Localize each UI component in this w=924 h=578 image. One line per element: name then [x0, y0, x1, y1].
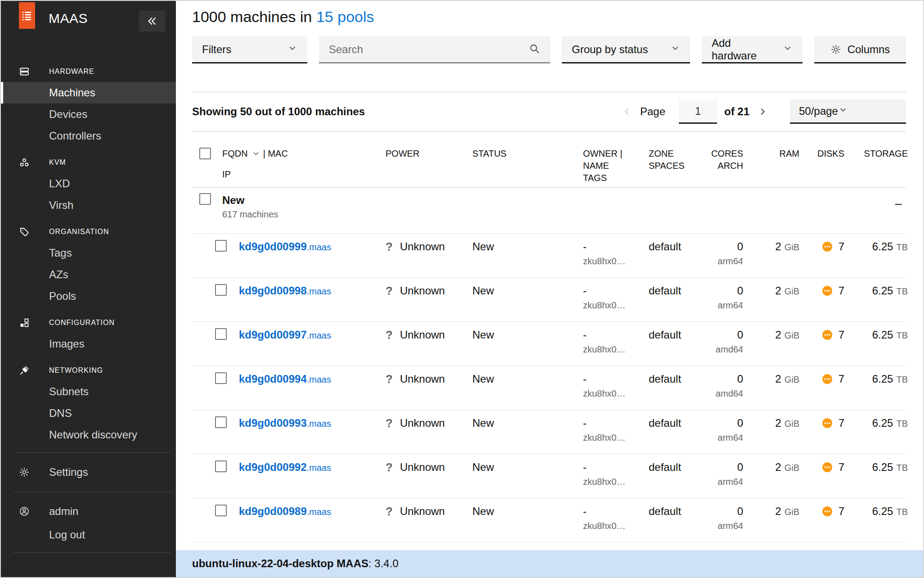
filters-dropdown[interactable]: Filters	[192, 36, 307, 63]
column-header-fqdn[interactable]: FQDN | MAC IP	[222, 148, 386, 187]
column-header-cores[interactable]: CORES ARCH	[707, 148, 743, 187]
sidebar-item-virsh[interactable]: Virsh	[1, 194, 176, 216]
sidebar-item-controllers[interactable]: Controllers	[1, 125, 176, 147]
user-icon	[19, 506, 30, 517]
group-by-dropdown[interactable]: Group by status	[562, 36, 690, 63]
machine-name: zku8hx0…	[583, 476, 649, 488]
sidebar-item-tags[interactable]: Tags	[1, 242, 176, 264]
arch-value: arm64	[707, 299, 743, 311]
power-cell: ? Unknown	[386, 372, 472, 410]
machine-link[interactable]: kd9g0d00997.maas	[239, 329, 331, 341]
sidebar-collapse-button[interactable]	[139, 11, 165, 32]
sidebar-item-admin[interactable]: admin	[1, 499, 176, 524]
row-select-checkbox[interactable]	[215, 416, 227, 428]
power-unknown-icon: ?	[386, 328, 393, 366]
zone-cell[interactable]: default	[649, 284, 707, 321]
disks-cell: 7	[799, 505, 844, 542]
column-header-ram[interactable]: RAM	[743, 148, 799, 187]
cores-cell: 0 arm64	[707, 505, 743, 542]
row-select-checkbox[interactable]	[215, 505, 227, 516]
select-all-checkbox[interactable]	[199, 148, 211, 159]
zone-cell[interactable]: default	[649, 328, 707, 366]
page-number-input[interactable]	[679, 99, 717, 124]
disks-cell: 7	[799, 240, 844, 277]
maas-logo[interactable]	[19, 2, 35, 29]
storage-cell: 6.25TB	[844, 416, 908, 454]
arch-value: arm64	[707, 520, 743, 532]
ram-unit: GiB	[785, 330, 799, 340]
page-size-dropdown[interactable]: 50/page	[790, 99, 906, 124]
group-machine-count: 617 machines	[222, 208, 386, 220]
disks-cell: 7	[799, 328, 844, 366]
sidebar-item-azs[interactable]: AZs	[1, 264, 176, 285]
machine-link[interactable]: kd9g0d00992.maas	[239, 461, 331, 473]
sidebar-item-log-out[interactable]: Log out	[1, 524, 176, 546]
sidebar-item-label: NETWORKING	[49, 366, 103, 375]
sidebar-item-label: DNS	[49, 407, 72, 420]
sidebar-item-settings[interactable]: Settings	[1, 460, 176, 485]
power-unknown-icon: ?	[386, 372, 393, 410]
machine-link[interactable]: kd9g0d00994.maas	[239, 373, 331, 385]
columns-button[interactable]: Columns	[814, 36, 906, 63]
column-header-status[interactable]: STATUS	[472, 148, 583, 187]
row-select-checkbox[interactable]	[215, 461, 227, 472]
disks-cell: 7	[799, 284, 844, 321]
sidebar-item-devices[interactable]: Devices	[1, 104, 176, 125]
sidebar-item-network-discovery[interactable]: Network discovery	[1, 424, 176, 446]
owner-value: -	[583, 505, 587, 517]
disks-value: 7	[839, 416, 844, 430]
machine-link[interactable]: kd9g0d00998.maas	[239, 284, 331, 297]
plug-icon	[19, 365, 30, 376]
machine-row: kd9g0d00994.maas ? Unknown New - zku8hx0…	[192, 366, 906, 410]
previous-page-button[interactable]	[620, 107, 634, 117]
sidebar-divider	[13, 552, 171, 553]
sidebar-item-dns[interactable]: DNS	[1, 402, 176, 424]
sidebar-item-machines[interactable]: Machines	[1, 82, 176, 104]
row-select-checkbox[interactable]	[215, 240, 227, 252]
fqdn-cell: kd9g0d00998.maas	[239, 284, 386, 321]
column-header-storage[interactable]: STORAGE	[844, 148, 908, 187]
ram-cell: 2GiB	[743, 328, 799, 366]
machine-link[interactable]: kd9g0d00993.maas	[239, 417, 331, 429]
disks-value: 7	[839, 240, 844, 253]
ram-unit: GiB	[785, 419, 799, 429]
storage-value: 6.25	[872, 373, 893, 385]
zone-cell[interactable]: default	[649, 240, 707, 277]
sidebar: MAAS HARDWAREMachinesDevicesControllersK…	[1, 1, 176, 577]
test-pending-icon	[822, 418, 833, 429]
ram-unit: GiB	[785, 463, 799, 473]
column-header-disks[interactable]: DISKS	[799, 148, 844, 187]
sidebar-item-subnets[interactable]: Subnets	[1, 381, 176, 402]
ram-cell: 2GiB	[743, 461, 799, 498]
column-header-owner[interactable]: OWNER | NAME TAGS	[583, 148, 649, 187]
group-select-checkbox[interactable]	[199, 193, 211, 205]
zone-cell[interactable]: default	[649, 416, 707, 454]
zone-cell[interactable]: default	[649, 461, 707, 498]
sidebar-item-pools[interactable]: Pools	[1, 285, 176, 307]
header-checkbox-cell	[192, 148, 222, 187]
column-header-zone[interactable]: ZONE SPACES	[649, 148, 707, 187]
fqdn-cell: kd9g0d00989.maas	[239, 505, 386, 542]
row-select-checkbox[interactable]	[215, 328, 227, 340]
sidebar-item-images[interactable]: Images	[1, 333, 176, 355]
cores-cell: 0 arm64	[707, 461, 743, 498]
sidebar-item-label: Subnets	[49, 385, 89, 398]
machine-link[interactable]: kd9g0d00999.maas	[239, 240, 331, 253]
column-header-power[interactable]: POWER	[386, 148, 472, 187]
arch-value: arm64	[707, 476, 743, 488]
sidebar-item-lxd[interactable]: LXD	[1, 173, 176, 194]
arch-value: arm64	[707, 432, 743, 443]
row-checkbox-cell	[192, 284, 239, 321]
zone-cell[interactable]: default	[649, 372, 707, 410]
collapse-group-button[interactable]	[893, 199, 903, 211]
row-select-checkbox[interactable]	[215, 284, 227, 296]
next-page-button[interactable]	[756, 107, 769, 117]
owner-value: -	[583, 240, 587, 253]
machine-link[interactable]: kd9g0d00989.maas	[239, 505, 331, 517]
zone-cell[interactable]: default	[649, 505, 707, 542]
search-input[interactable]	[329, 43, 529, 56]
sidebar-item-label: Devices	[49, 108, 87, 121]
pools-link[interactable]: 15 pools	[316, 8, 374, 25]
add-hardware-dropdown[interactable]: Add hardware	[702, 36, 803, 63]
row-select-checkbox[interactable]	[215, 372, 227, 384]
